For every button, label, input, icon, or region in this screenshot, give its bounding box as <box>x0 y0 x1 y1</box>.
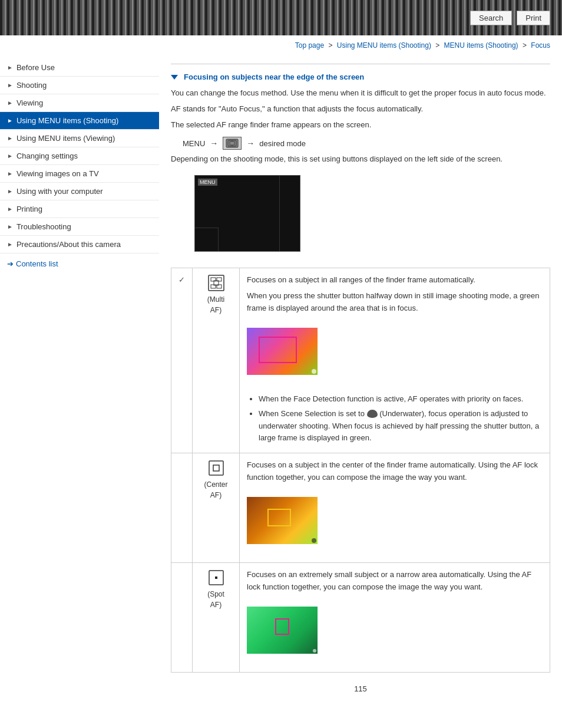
focus-frame-pink-spot <box>275 618 289 635</box>
arrow-icon: ► <box>7 82 13 88</box>
af-indicator-dot-center <box>312 538 316 543</box>
camera-preview-image: MENU <box>194 175 300 252</box>
sidebar-item-viewing[interactable]: ► Viewing <box>0 94 159 112</box>
multi-af-image-wrapper <box>247 323 318 383</box>
center-af-image-wrapper <box>247 492 318 552</box>
spot-af-text: Focuses on an extremely small subject or… <box>247 569 543 594</box>
svg-rect-12 <box>213 465 219 471</box>
desired-mode-text: desired mode <box>259 139 306 148</box>
multi-af-image <box>247 328 318 375</box>
af-icon-cell-center: (CenterAF) <box>193 453 240 563</box>
sidebar-item-using-menu-viewing[interactable]: ► Using MENU items (Viewing) <box>0 130 159 147</box>
sidebar-label-using-menu-shooting: Using MENU items (Shooting) <box>16 116 118 125</box>
sidebar-label-precautions: Precautions/About this camera <box>16 240 121 249</box>
section-title-text: Focusing on subjects near the edge of th… <box>184 73 364 81</box>
print-button[interactable]: Print <box>517 11 550 25</box>
sidebar-item-viewing-images-tv[interactable]: ► Viewing images on a TV <box>0 165 159 183</box>
arrow-icon: ► <box>7 135 13 141</box>
triangle-down-icon <box>171 75 178 80</box>
arrow-icon: ► <box>7 188 13 195</box>
sidebar-label-using-menu-viewing: Using MENU items (Viewing) <box>16 134 115 143</box>
top-bar: Search Print <box>0 0 562 35</box>
svg-rect-11 <box>209 461 223 475</box>
focus-frame-pink <box>259 337 297 363</box>
sidebar-item-precautions[interactable]: ► Precautions/About this camera <box>0 236 159 253</box>
camera-right-panel <box>279 176 300 251</box>
spot-af-image <box>247 607 318 654</box>
multi-af-bullets: When the Face Detection function is acti… <box>247 393 543 444</box>
sidebar-label-shooting: Shooting <box>16 81 47 90</box>
sidebar-item-using-with-computer[interactable]: ► Using with your computer <box>0 183 159 200</box>
table-row-multi-af: ✓ (Mul <box>171 268 550 453</box>
breadcrumb-using-menu-shooting[interactable]: Using MENU items (Shooting) <box>337 41 431 50</box>
sidebar: ► Before Use ► Shooting ► Viewing ► Usin… <box>0 53 159 711</box>
multi-af-label: (MultiAF) <box>200 294 232 315</box>
multi-af-icon <box>207 274 225 292</box>
center-af-image <box>247 497 318 544</box>
paragraph-4: Depending on the shooting mode, this is … <box>171 153 550 166</box>
sidebar-label-troubleshooting: Troubleshooting <box>16 222 71 231</box>
sidebar-item-shooting[interactable]: ► Shooting <box>0 77 159 94</box>
center-af-text: Focuses on a subject in the center of th… <box>247 459 543 484</box>
breadcrumb-focus[interactable]: Focus <box>531 41 550 50</box>
spot-af-image-wrapper <box>247 602 318 662</box>
arrow-icon: ► <box>7 64 13 71</box>
arrow-right-text: → <box>210 139 218 148</box>
content-divider <box>171 64 550 64</box>
spot-af-description: Focuses on an extremely small subject or… <box>240 563 550 673</box>
arrow-icon: ► <box>7 206 13 212</box>
arrow-right-icon: ➔ <box>7 259 14 268</box>
paragraph-1: You can change the focus method. Use the… <box>171 87 550 100</box>
breadcrumb: Top page > Using MENU items (Shooting) >… <box>0 35 562 53</box>
paragraph-2: AF stands for "Auto Focus," a function t… <box>171 103 550 116</box>
section-title: Focusing on subjects near the edge of th… <box>171 73 550 81</box>
underwater-icon <box>367 410 378 418</box>
menu-line: MENU → → desired mode <box>183 137 550 150</box>
af-icon-cell-multi: (MultiAF) <box>193 268 240 453</box>
sidebar-label-printing: Printing <box>16 205 42 213</box>
arrow-icon: ► <box>7 241 13 248</box>
sidebar-item-changing-settings[interactable]: ► Changing settings <box>0 147 159 165</box>
sidebar-label-viewing-tv: Viewing images on a TV <box>16 169 99 178</box>
sidebar-item-printing[interactable]: ► Printing <box>0 200 159 218</box>
checkmark-cell-center <box>171 453 193 563</box>
sidebar-label-viewing: Viewing <box>16 98 43 107</box>
sidebar-label-using-computer: Using with your computer <box>16 187 103 196</box>
multi-af-description: Focuses on a subject in all ranges of th… <box>240 268 550 453</box>
af-options-table: ✓ (Mul <box>171 268 550 673</box>
sidebar-label-before-use: Before Use <box>16 63 55 72</box>
camera-bottom-left <box>195 228 219 251</box>
center-af-icon <box>207 459 225 477</box>
page-number: 115 <box>171 684 550 693</box>
checkmark-cell-multi: ✓ <box>171 268 193 453</box>
multi-af-text2: When you press the shutter button halfwa… <box>247 290 543 315</box>
sidebar-item-using-menu-shooting[interactable]: ► Using MENU items (Shooting) <box>0 112 159 130</box>
table-row-spot-af: (SpotAF) Focuses on an extremely small s… <box>171 563 550 673</box>
arrow-icon: ► <box>7 223 13 230</box>
search-button[interactable]: Search <box>470 11 512 25</box>
sidebar-item-before-use[interactable]: ► Before Use <box>0 59 159 77</box>
sidebar-item-troubleshooting[interactable]: ► Troubleshooting <box>0 218 159 236</box>
paragraph-3: The selected AF range finder frame appea… <box>171 119 550 131</box>
breadcrumb-menu-items-shooting[interactable]: MENU items (Shooting) <box>444 41 518 50</box>
checkmark-cell-spot <box>171 563 193 673</box>
table-row-center-af: (CenterAF) Focuses on a subject in the c… <box>171 453 550 563</box>
contents-list-label: Contents list <box>16 259 58 268</box>
breadcrumb-top-page[interactable]: Top page <box>295 41 324 50</box>
spot-af-label: (SpotAF) <box>200 589 232 610</box>
focus-frame-yellow-center <box>267 509 291 526</box>
arrow-icon: ► <box>7 153 13 159</box>
bullet-face-detection: When the Face Detection function is acti… <box>259 393 543 406</box>
spot-af-icon <box>207 569 225 587</box>
af-icon-cell-spot: (SpotAF) <box>193 563 240 673</box>
center-af-description: Focuses on a subject in the center of th… <box>240 453 550 563</box>
center-af-label: (CenterAF) <box>200 479 232 500</box>
af-indicator-dot-spot <box>313 649 316 653</box>
bullet-underwater: When Scene Selection is set to (Underwat… <box>259 408 543 444</box>
af-indicator-dot <box>312 369 316 374</box>
focus-menu-icon <box>223 137 242 150</box>
contents-list-link[interactable]: ➔ Contents list <box>0 253 159 274</box>
arrow-icon: ► <box>7 100 13 106</box>
multi-af-text1: Focuses on a subject in all ranges of th… <box>247 274 543 286</box>
arrow-icon: ► <box>7 117 13 124</box>
